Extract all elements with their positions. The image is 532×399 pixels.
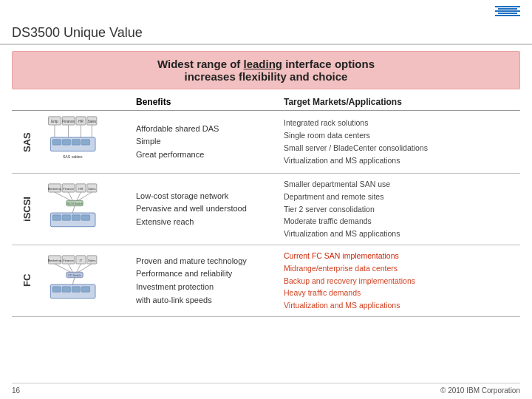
svg-text:Sales: Sales: [88, 187, 95, 191]
page-title: DS3500 Unique Value: [12, 25, 143, 40]
main-table: Benefits Target Markets/Applications SAS…: [12, 94, 520, 317]
section-label-sas: SAS: [12, 111, 41, 174]
diagram-fc: Marketing Finance IT Sales FC Switch: [41, 245, 130, 316]
svg-rect-21: [81, 140, 89, 145]
benefits-sas: Affordable shared DAS Simple Great perfo…: [130, 111, 278, 174]
svg-rect-4: [495, 15, 520, 16]
svg-rect-1: [498, 8, 517, 10]
svg-text:SAS cables: SAS cables: [63, 154, 83, 159]
svg-line-57: [72, 278, 75, 284]
banner-title: Widest range of leading interface option…: [21, 58, 511, 83]
benefits-header: Benefits: [130, 94, 278, 111]
fc-diagram-svg: Marketing Finance IT Sales FC Switch: [44, 254, 126, 306]
targets-sas: Integrated rack solutions Single room da…: [278, 111, 520, 174]
svg-rect-18: [52, 140, 61, 145]
sas-diagram-svg: Entp Finance HR Sales: [44, 115, 126, 167]
svg-text:HR: HR: [78, 187, 83, 191]
svg-rect-20: [72, 140, 80, 145]
benefits-iscsi: Low-cost storage network Pervasive and w…: [130, 174, 278, 245]
ibm-logo: [495, 6, 520, 16]
footer: 16 © 2010 IBM Corporation: [12, 383, 520, 395]
svg-line-37: [72, 206, 75, 213]
copyright: © 2010 IBM Corporation: [440, 386, 520, 395]
benefits-fc: Proven and mature technology Performance…: [130, 245, 278, 316]
svg-text:Marketing: Marketing: [48, 259, 62, 262]
svg-text:Marketing: Marketing: [48, 187, 62, 191]
svg-text:Sales: Sales: [88, 120, 97, 123]
table-row: FC Marketing Finance IT Sales: [12, 245, 520, 316]
svg-text:FC Switch: FC Switch: [69, 274, 81, 277]
svg-rect-41: [72, 215, 80, 220]
svg-text:Finance: Finance: [63, 259, 75, 262]
svg-rect-2: [495, 10, 520, 12]
targets-fc: Current FC SAN implementations Midrange/…: [278, 245, 520, 316]
targets-header: Target Markets/Applications: [278, 94, 520, 111]
svg-rect-61: [72, 287, 80, 292]
svg-rect-62: [81, 287, 89, 292]
svg-text:Sales: Sales: [88, 259, 95, 262]
svg-rect-0: [495, 6, 520, 7]
banner: Widest range of leading interface option…: [12, 51, 520, 89]
section-label-fc: FC: [12, 245, 41, 316]
diagram-sas: Entp Finance HR Sales: [41, 111, 130, 174]
svg-rect-42: [81, 215, 89, 220]
svg-rect-40: [62, 215, 70, 220]
main-content: Widest range of leading interface option…: [0, 45, 532, 323]
table-row: iSCSI Marketing Finance HR Sales: [12, 174, 520, 245]
svg-rect-19: [62, 140, 70, 145]
table-row: SAS Entp Finance HR Sales: [12, 111, 520, 174]
targets-iscsi: Smaller departmental SAN use Department …: [278, 174, 520, 245]
svg-text:HR: HR: [78, 120, 83, 123]
iscsi-diagram-svg: Marketing Finance HR Sales iSCSI Sw: [44, 183, 126, 234]
svg-text:iSCSI Switch: iSCSI Switch: [66, 202, 83, 205]
svg-text:IT: IT: [80, 259, 83, 262]
svg-rect-3: [498, 13, 517, 14]
page-number: 16: [12, 386, 20, 395]
svg-rect-39: [52, 215, 61, 220]
header-bar: DS3500 Unique Value: [0, 21, 532, 45]
svg-rect-60: [62, 287, 70, 292]
svg-text:Entp: Entp: [51, 120, 58, 123]
section-label-iscsi: iSCSI: [12, 174, 41, 245]
svg-rect-59: [52, 287, 61, 292]
svg-text:Finance: Finance: [62, 120, 75, 123]
header-spacer: [12, 94, 130, 111]
svg-text:Finance: Finance: [63, 187, 75, 191]
diagram-iscsi: Marketing Finance HR Sales iSCSI Sw: [41, 174, 130, 245]
